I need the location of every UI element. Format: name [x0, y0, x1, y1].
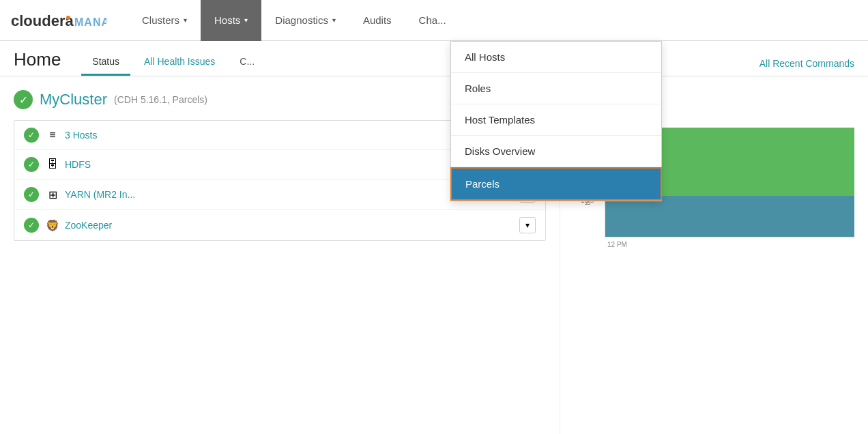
cluster-status-icon: ✓: [14, 90, 33, 109]
clusters-caret-icon: ▾: [184, 16, 187, 24]
table-row: ✓ 🦁 ZooKeeper ▾: [14, 210, 545, 240]
dropdown-disks-overview[interactable]: Disks Overview: [451, 136, 661, 167]
service-status-icon-zookeeper: ✓: [24, 218, 39, 233]
hdfs-icon: 🗄: [46, 158, 59, 171]
logo: cloudera MANAGER: [11, 8, 106, 33]
cluster-name[interactable]: MyCluster: [40, 91, 107, 108]
svg-text:MANAGER: MANAGER: [74, 16, 106, 28]
tab-c[interactable]: C...: [229, 46, 265, 76]
main-content: ✓ MyCluster (CDH 5.16.1, Parcels) ✓ ≡ 3 …: [0, 76, 868, 434]
hosts-dropdown-menu: All Hosts Roles Host Templates Disks Ove…: [450, 41, 662, 201]
nav-clusters[interactable]: Clusters ▾: [128, 0, 201, 41]
nav-links: Clusters ▾ Hosts ▾ Diagnostics ▾ Audits …: [128, 0, 460, 40]
cluster-meta: (CDH 5.16.1, Parcels): [114, 94, 207, 105]
zookeeper-dropdown-button[interactable]: ▾: [519, 217, 536, 233]
chart-bar-blue: [605, 196, 854, 237]
dropdown-all-hosts[interactable]: All Hosts: [451, 42, 661, 73]
yarn-icon: ⊞: [46, 188, 59, 201]
content-area: Home Status All Health Issues C... All R…: [0, 41, 868, 434]
dropdown-roles[interactable]: Roles: [451, 73, 661, 104]
all-recent-commands-link[interactable]: All Recent Commands: [760, 58, 854, 76]
zookeeper-icon: 🦁: [46, 218, 59, 232]
service-name-zookeeper[interactable]: ZooKeeper: [65, 220, 519, 231]
service-status-icon-hdfs: ✓: [24, 157, 39, 172]
svg-point-1: [66, 16, 70, 20]
diagnostics-caret-icon: ▾: [332, 16, 336, 24]
service-status-icon-hosts: ✓: [24, 128, 39, 143]
hosts-icon: ≡: [46, 128, 59, 142]
nav-hosts[interactable]: Hosts ▾: [201, 0, 261, 41]
tab-status[interactable]: Status: [81, 46, 130, 76]
zookeeper-dropdown-caret-icon: ▾: [525, 220, 530, 230]
tabs-row: Home Status All Health Issues C... All R…: [0, 41, 868, 76]
svg-text:cloudera: cloudera: [11, 12, 74, 29]
dropdown-host-templates[interactable]: Host Templates: [451, 104, 661, 136]
hosts-caret-icon: ▾: [244, 16, 248, 24]
navbar: cloudera MANAGER Clusters ▾ Hosts ▾ Diag…: [0, 0, 868, 41]
dropdown-parcels[interactable]: Parcels: [450, 167, 662, 201]
chart-x-label: 12 PM: [605, 241, 854, 248]
service-status-icon-yarn: ✓: [24, 187, 39, 202]
tab-health-issues[interactable]: All Health Issues: [133, 46, 226, 76]
nav-diagnostics[interactable]: Diagnostics ▾: [261, 0, 349, 41]
nav-audits[interactable]: Audits: [349, 0, 405, 41]
nav-cha[interactable]: Cha...: [405, 0, 460, 41]
cloudera-logo-svg: cloudera MANAGER: [11, 8, 106, 33]
page-title: Home: [14, 49, 61, 76]
cloudera-logo: cloudera MANAGER: [11, 8, 106, 33]
